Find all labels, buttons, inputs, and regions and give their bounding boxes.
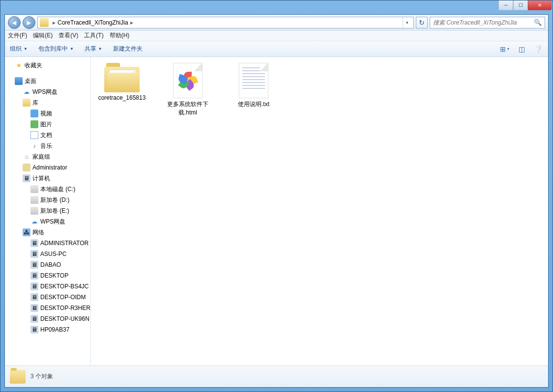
help-icon: ❔ — [534, 45, 543, 53]
tree-view: ★收藏夹 桌面 ☁WPS网盘 库 视频 图片 文档 ♪音乐 ⌂家庭组 Admin… — [5, 57, 90, 338]
navigation-pane[interactable]: ★收藏夹 桌面 ☁WPS网盘 库 视频 图片 文档 ♪音乐 ⌂家庭组 Admin… — [5, 57, 91, 365]
document-icon — [30, 131, 38, 139]
music-icon: ♪ — [30, 142, 38, 150]
close-button[interactable]: ✕ — [528, 0, 552, 10]
preview-pane-button[interactable]: ◫ — [517, 45, 526, 54]
sidebar-network-pc[interactable]: 🖥ADMINISTRATOR — [5, 238, 90, 249]
content-area: ★收藏夹 桌面 ☁WPS网盘 库 视频 图片 文档 ♪音乐 ⌂家庭组 Admin… — [5, 57, 548, 365]
navigation-bar: ◄ ► ▸ CoreTracedll_XiTongZhiJia ▸ ▾ ↻ 🔍 — [5, 15, 548, 30]
sidebar-pictures[interactable]: 图片 — [5, 119, 90, 130]
sidebar-network-pc[interactable]: 🖥DESKTOP-OIDM — [5, 292, 90, 303]
pc-icon: 🖥 — [30, 261, 38, 269]
menu-edit[interactable]: 编辑(E) — [33, 31, 53, 40]
breadcrumb-separator: ▸ — [130, 19, 133, 26]
minimize-button[interactable]: ─ — [498, 0, 513, 10]
share-label: 共享 — [85, 45, 96, 53]
picture-icon — [30, 120, 38, 128]
sidebar-computer[interactable]: 🖥计算机 — [5, 173, 90, 184]
pc-icon: 🖥 — [30, 239, 38, 247]
sidebar-network-pc[interactable]: 🖥DESKTOP-UK96N — [5, 313, 90, 324]
file-item-txt[interactable]: 使用说明.txt — [227, 63, 281, 109]
back-button[interactable]: ◄ — [8, 16, 21, 29]
sidebar-wps-drive[interactable]: ☁WPS网盘 — [5, 216, 90, 227]
file-list-pane[interactable]: coretrace_165813 更多系统软件下载.html 使用 — [91, 57, 548, 365]
drive-icon — [30, 207, 38, 215]
search-icon[interactable]: 🔍 — [534, 19, 542, 26]
pc-icon: 🖥 — [30, 250, 38, 258]
sidebar-videos[interactable]: 视频 — [5, 108, 90, 119]
pinwheel-icon — [179, 72, 197, 89]
cloud-icon: ☁ — [30, 218, 38, 225]
menu-help[interactable]: 帮助(H) — [110, 31, 130, 40]
share-button[interactable]: 共享 ▼ — [85, 45, 102, 53]
refresh-icon: ↻ — [419, 19, 425, 27]
chevron-down-icon: ▼ — [24, 47, 28, 51]
video-icon — [30, 110, 38, 117]
sidebar-libraries[interactable]: 库 — [5, 97, 90, 108]
organize-label: 组织 — [10, 45, 22, 53]
menu-tools[interactable]: 工具(T) — [84, 31, 103, 40]
sidebar-administrator[interactable]: Administrator — [5, 162, 90, 173]
address-bar[interactable]: ▸ CoreTracedll_XiTongZhiJia ▸ ▾ — [37, 17, 414, 28]
include-in-library-button[interactable]: 包含到库中 ▼ — [38, 45, 74, 53]
organize-button[interactable]: 组织 ▼ — [10, 45, 28, 53]
file-label: coretrace_165813 — [98, 94, 146, 101]
new-folder-button[interactable]: 新建文件夹 — [113, 45, 143, 53]
search-input[interactable] — [433, 19, 534, 26]
sidebar-drive-d[interactable]: 新加卷 (D:) — [5, 195, 90, 205]
sidebar-music[interactable]: ♪音乐 — [5, 140, 90, 151]
sidebar-network-pc[interactable]: 🖥ASUS-PC — [5, 249, 90, 259]
computer-icon: 🖥 — [23, 174, 30, 182]
sidebar-network-pc[interactable]: 🖥DABAO — [5, 259, 90, 270]
folder-icon — [40, 18, 49, 27]
include-label: 包含到库中 — [38, 45, 68, 53]
forward-button[interactable]: ► — [23, 16, 35, 29]
breadcrumb-segment[interactable]: CoreTracedll_XiTongZhiJia — [58, 19, 128, 26]
menu-file[interactable]: 文件(F) — [8, 31, 27, 40]
folder-icon — [10, 370, 26, 384]
status-bar: 3 个对象 — [5, 365, 548, 387]
file-item-folder[interactable]: coretrace_165813 — [95, 63, 149, 101]
file-label: 更多系统软件下载.html — [161, 100, 215, 117]
sidebar-network-pc[interactable]: 🖥HP09AB37 — [5, 324, 90, 335]
sidebar-drive-c[interactable]: 本地磁盘 (C:) — [5, 184, 90, 195]
newfolder-label: 新建文件夹 — [113, 45, 143, 53]
sidebar-homegroup[interactable]: ⌂家庭组 — [5, 151, 90, 162]
arrow-right-icon: ► — [26, 19, 32, 27]
chevron-down-icon: ▼ — [70, 47, 74, 51]
sidebar-drive-e[interactable]: 新加卷 (E:) — [5, 205, 90, 216]
sidebar-favorites[interactable]: ★收藏夹 — [5, 60, 90, 71]
sidebar-desktop[interactable]: 桌面 — [5, 76, 90, 86]
breadcrumb-separator: ▸ — [53, 19, 56, 26]
search-box[interactable]: 🔍 — [430, 17, 545, 28]
maximize-button[interactable]: ☐ — [513, 0, 528, 10]
menu-view[interactable]: 查看(V) — [58, 31, 78, 40]
sidebar-network-pc[interactable]: 🖥DESKTOP-BS4JC — [5, 281, 90, 292]
view-options-button[interactable]: ⊞ ▼ — [500, 45, 510, 54]
file-item-html[interactable]: 更多系统软件下载.html — [161, 63, 215, 117]
sidebar-network-pc[interactable]: 🖥DESKTOP-R3HER — [5, 303, 90, 313]
toolbar-right: ⊞ ▼ ◫ ❔ — [500, 45, 543, 54]
pc-icon: 🖥 — [30, 304, 38, 312]
drive-icon — [30, 196, 38, 204]
sidebar-network-pc[interactable]: 🖥DESKTOP — [5, 270, 90, 281]
address-dropdown[interactable]: ▾ — [403, 17, 411, 28]
pc-icon: 🖥 — [30, 272, 38, 280]
cloud-icon: ☁ — [23, 88, 30, 96]
refresh-button[interactable]: ↻ — [416, 17, 428, 28]
help-button[interactable]: ❔ — [533, 45, 543, 54]
library-icon — [23, 99, 30, 107]
chevron-down-icon: ▼ — [507, 47, 510, 51]
sidebar-wps[interactable]: ☁WPS网盘 — [5, 86, 90, 97]
text-file-icon — [239, 63, 268, 98]
pc-icon: 🖥 — [30, 293, 38, 301]
explorer-window: ─ ☐ ✕ ◄ ► ▸ CoreTracedll_XiTongZhiJia ▸ … — [0, 0, 553, 392]
network-icon: 🖧 — [23, 228, 30, 236]
pc-icon: 🖥 — [30, 315, 38, 323]
desktop-icon — [15, 77, 23, 85]
arrow-left-icon: ◄ — [11, 19, 18, 27]
pc-icon: 🖥 — [30, 326, 38, 334]
sidebar-network[interactable]: 🖧网络 — [5, 227, 90, 238]
menu-bar: 文件(F) 编辑(E) 查看(V) 工具(T) 帮助(H) — [5, 30, 548, 41]
sidebar-documents[interactable]: 文档 — [5, 130, 90, 140]
